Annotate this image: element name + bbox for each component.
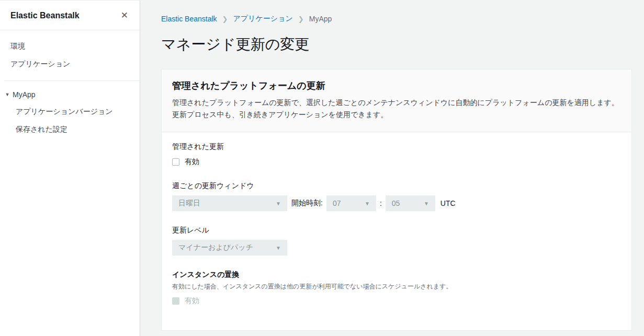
field-instance-replacement: インスタンスの置換 有効にした場合、インスタンスの置換は他の更新が利用可能でない… [172,270,621,306]
start-time-label: 開始時刻: [291,199,323,208]
update-level-select-value: マイナーおよびパッチ [178,243,253,252]
sidebar-nav: 環境 アプリケーション ▼ MyApp アプリケーションバージョン 保存された設… [0,30,140,138]
managed-updates-card: 管理されたプラットフォームの更新 管理されたプラットフォームの更新で、選択した週… [161,69,632,331]
field-update-level: 更新レベル マイナーおよびパッチ ▼ [172,226,621,256]
card-header: 管理されたプラットフォームの更新 管理されたプラットフォームの更新で、選択した週… [162,69,631,132]
breadcrumb-current-myapp: MyApp [309,15,332,23]
managed-updates-label: 管理された更新 [172,142,621,152]
time-colon-separator: : [380,199,382,207]
close-icon[interactable]: ✕ [120,10,129,21]
minute-select-value: 05 [392,199,400,207]
card-title: 管理されたプラットフォームの更新 [172,79,621,92]
timezone-label: UTC [440,199,456,207]
instance-replacement-checkbox-row: 有効 [172,296,621,306]
instance-replacement-label: インスタンスの置換 [172,270,621,280]
main-content: Elastic Beanstalk ❯ アプリケーション ❯ MyApp マネー… [140,0,644,336]
card-body: 管理された更新 有効 週ごとの更新ウィンドウ 日曜日 ▼ 開始時刻: [162,132,631,330]
managed-updates-checkbox-row[interactable]: 有効 [172,157,621,167]
caret-down-icon: ▼ [2,92,13,97]
sidebar-header: Elastic Beanstalk ✕ [0,1,140,30]
sidebar-title: Elastic Beanstalk [10,11,80,20]
sidebar-item-saved-configurations[interactable]: 保存された設定 [0,121,140,138]
update-level-label: 更新レベル [172,226,621,235]
weekly-window-label: 週ごとの更新ウィンドウ [172,181,621,191]
sidebar-item-applications[interactable]: アプリケーション [0,55,140,73]
day-select[interactable]: 日曜日 ▼ [172,195,287,211]
chevron-down-icon: ▼ [276,201,281,206]
chevron-down-icon: ▼ [276,245,281,251]
breadcrumb-separator-icon: ❯ [222,15,228,23]
sidebar-group-myapp[interactable]: ▼ MyApp [0,86,140,103]
chevron-down-icon: ▼ [424,201,429,206]
update-level-select[interactable]: マイナーおよびパッチ ▼ [172,240,287,256]
field-managed-updates: 管理された更新 有効 [172,142,621,167]
page-title: マネージド更新の変更 [161,34,632,54]
sidebar-divider [4,80,140,81]
app-window: Elastic Beanstalk ✕ 環境 アプリケーション ▼ MyApp … [0,0,644,336]
sidebar: Elastic Beanstalk ✕ 環境 アプリケーション ▼ MyApp … [0,0,140,336]
breadcrumb-separator-icon: ❯ [298,15,304,23]
managed-updates-checkbox-label: 有効 [185,157,199,167]
weekly-window-controls: 日曜日 ▼ 開始時刻: 07 ▼ : 05 ▼ UTC [172,195,621,211]
field-weekly-window: 週ごとの更新ウィンドウ 日曜日 ▼ 開始時刻: 07 ▼ : [172,181,621,211]
sidebar-item-application-versions[interactable]: アプリケーションバージョン [0,103,140,121]
instance-replacement-description: 有効にした場合、インスタンスの置換は他の更新が利用可能でない場合にスケジュールさ… [172,282,621,291]
minute-select[interactable]: 05 ▼ [386,195,435,211]
card-description: 管理されたプラットフォームの更新で、選択した週ごとのメンテナンスウィンドウに自動… [172,97,621,121]
instance-replacement-checkbox-label: 有効 [185,296,199,306]
managed-updates-checkbox[interactable] [172,158,179,166]
instance-replacement-checkbox [172,297,179,305]
breadcrumb: Elastic Beanstalk ❯ アプリケーション ❯ MyApp [161,14,632,24]
breadcrumb-link-applications[interactable]: アプリケーション [233,14,293,24]
day-select-value: 日曜日 [178,199,200,208]
breadcrumb-link-elastic-beanstalk[interactable]: Elastic Beanstalk [161,15,217,23]
hour-select[interactable]: 07 ▼ [326,195,376,211]
chevron-down-icon: ▼ [365,201,370,206]
sidebar-item-environments[interactable]: 環境 [0,38,140,55]
sidebar-group-label: MyApp [13,90,36,99]
hour-select-value: 07 [333,199,341,207]
